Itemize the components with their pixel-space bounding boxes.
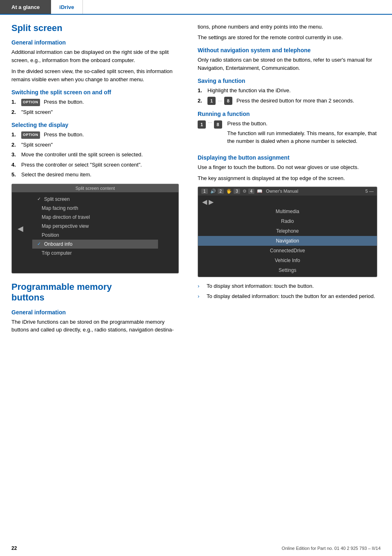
arrow-right-icon: ▶ <box>209 198 214 206</box>
btn-menu-telephone: Telephone <box>198 226 377 236</box>
general-info-para1: Additional information can be displayed … <box>11 48 183 64</box>
split-screen-screenshot: Split screen content ◀ ✓ Split screen Ma… <box>11 184 179 274</box>
split-screen-title: Split screen <box>11 23 183 33</box>
displaying-para2: The key assignment is displayed at the t… <box>198 174 381 182</box>
displaying-para1: Use a finger to touch the buttons. Do no… <box>198 163 381 171</box>
left-column: Split screen General information Additio… <box>0 23 192 337</box>
btn-display-nav-row: ◀ ▶ <box>198 197 377 207</box>
page-number: 22 <box>11 545 17 551</box>
running-content: 1 ··· 8 Press the button. The function w… <box>198 120 381 149</box>
selecting-step-2: 2. "Split screen" <box>11 141 183 149</box>
selecting-step-4: 4. Press the controller or select "Split… <box>11 161 183 169</box>
saving-step-1: 1. Highlight the function via the iDrive… <box>198 87 381 95</box>
displaying-bullets: › To display short information: touch th… <box>198 282 381 300</box>
screenshot-title-bar: Split screen content <box>12 184 178 192</box>
arrow-left-icon: ◀ <box>202 198 207 206</box>
running-run-text: The function will run immediately. This … <box>227 129 381 145</box>
btn-display-menu: ◀ ▶ Multimedia Radio Telephone Navigatio… <box>198 196 377 277</box>
button-display-screenshot: 1 🔊 2 🖐 3 ⚙ 4 📖 Owner's Manual 5 — ◀ ▶ <box>198 187 377 277</box>
screenshot-menu: ✓ Split screen Map facing north Map dire… <box>12 192 178 260</box>
ss-item-onboard-info: ✓ Onboard info <box>32 240 158 249</box>
without-nav-para: Only radio stations can be stored on the… <box>198 56 381 72</box>
btn-display-top-bar: 1 🔊 2 🖐 3 ⚙ 4 📖 Owner's Manual 5 — <box>198 187 377 196</box>
option-button-icon-2: OPTION <box>21 131 40 139</box>
prog-general-info-subtitle: General information <box>11 309 183 316</box>
switching-step-1: 1. OPTION Press the button. <box>11 98 183 106</box>
ss-item-position: Position <box>32 231 158 240</box>
switching-steps: 1. OPTION Press the button. 2. "Split sc… <box>11 98 183 116</box>
saving-steps: 1. Highlight the function via the iDrive… <box>198 87 381 105</box>
switching-step-2: 2. "Split screen" <box>11 108 183 116</box>
displaying-subtitle: Displaying the button assignment <box>198 154 381 161</box>
ss-item-trip-computer: Trip computer <box>32 249 158 258</box>
option-button-icon: OPTION <box>21 99 40 106</box>
displaying-bullet-1: › To display short information: touch th… <box>198 282 381 290</box>
selecting-step-1: 1. OPTION Press the button. <box>11 131 183 139</box>
chevron-right-icon-2: › <box>198 292 203 300</box>
switching-subtitle: Switching the split screen on and off <box>11 89 183 96</box>
btn-menu-vehicle-info: Vehicle Info <box>198 256 377 265</box>
ss-item-split-screen: ✓ Split screen <box>32 195 158 204</box>
btn-menu-multimedia: Multimedia <box>198 207 377 216</box>
right-column: tions, phone numbers and entry points in… <box>192 23 392 337</box>
page-header: At a glance iDrive <box>0 0 392 15</box>
chevron-right-icon-1: › <box>198 282 203 290</box>
tab-idrive[interactable]: iDrive <box>51 0 82 14</box>
without-nav-subtitle: Without navigation system and telephone <box>198 47 381 53</box>
main-content: Split screen General information Additio… <box>0 15 392 337</box>
btn-menu-settings: Settings <box>198 265 377 275</box>
saving-subtitle: Saving a function <box>198 78 381 84</box>
settings-stored-text: The settings are stored for the remote c… <box>198 33 381 42</box>
footer-right-text: Online Edition for Part no. 01 40 2 925 … <box>282 546 381 551</box>
general-info-para2: In the divided screen view, the so-calle… <box>11 67 183 83</box>
btn-menu-connected-drive: ConnectedDrive <box>198 246 377 256</box>
page-footer: 22 Online Edition for Part no. 01 40 2 9… <box>0 545 392 551</box>
ss-item-map-perspective: Map perspective view <box>32 222 158 231</box>
num-btn-8-icon: 8 <box>224 97 232 105</box>
general-info-subtitle: General information <box>11 39 183 46</box>
saving-step-2: 2. 1 ··· 8 Press the desired button for … <box>198 97 381 105</box>
screenshot-arrow-left: ◀ <box>18 224 23 233</box>
selecting-step-3: 3. Move the controller until the split s… <box>11 151 183 159</box>
programmable-title: Programmable memory buttons <box>11 282 183 303</box>
prog-general-info-para1: The iDrive functions can be stored on th… <box>11 318 183 334</box>
running-btn-8-icon: 8 <box>214 120 222 129</box>
running-subtitle: Running a function <box>198 111 381 117</box>
btn-menu-radio: Radio <box>198 216 377 226</box>
btn-nav-arrows: ◀ ▶ <box>202 198 214 206</box>
tab-at-a-glance[interactable]: At a glance <box>0 0 51 14</box>
running-btn-1-icon: 1 <box>198 120 206 129</box>
selecting-step-5: 5. Select the desired menu item. <box>11 171 183 179</box>
selecting-steps: 1. OPTION Press the button. 2. "Split sc… <box>11 131 183 179</box>
ss-item-map-north: Map facing north <box>32 204 158 213</box>
displaying-bullet-2: › To display detailed information: touch… <box>198 292 381 300</box>
selecting-subtitle: Selecting the display <box>11 122 183 128</box>
continued-text: tions, phone numbers and entry points in… <box>198 23 381 31</box>
running-press-text: Press the button. <box>227 120 381 128</box>
btn-menu-navigation: Navigation <box>198 236 377 246</box>
ss-item-map-direction: Map direction of travel <box>32 213 158 222</box>
num-btn-1-icon: 1 <box>207 97 216 105</box>
